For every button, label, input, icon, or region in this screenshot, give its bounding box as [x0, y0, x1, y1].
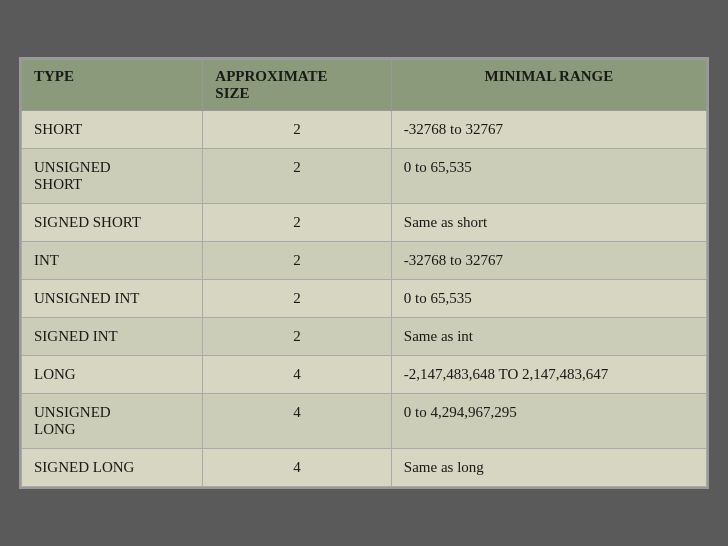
- cell-size: 2: [203, 242, 391, 280]
- cell-range: Same as long: [391, 449, 706, 487]
- cell-range: -2,147,483,648 TO 2,147,483,647: [391, 356, 706, 394]
- cell-range: 0 to 65,535: [391, 149, 706, 204]
- cell-type: SIGNED INT: [22, 318, 203, 356]
- cell-size: 2: [203, 204, 391, 242]
- cell-type: UNSIGNEDLONG: [22, 394, 203, 449]
- cell-range: -32768 to 32767: [391, 111, 706, 149]
- table-row: SIGNED LONG4Same as long: [22, 449, 707, 487]
- header-size: APPROXIMATESIZE: [203, 60, 391, 111]
- table-row: UNSIGNEDLONG40 to 4,294,967,295: [22, 394, 707, 449]
- cell-type: LONG: [22, 356, 203, 394]
- cell-size: 2: [203, 280, 391, 318]
- cell-size: 2: [203, 149, 391, 204]
- table-row: UNSIGNED INT20 to 65,535: [22, 280, 707, 318]
- cell-type: SHORT: [22, 111, 203, 149]
- cell-type: SIGNED SHORT: [22, 204, 203, 242]
- cell-range: 0 to 65,535: [391, 280, 706, 318]
- cell-range: Same as short: [391, 204, 706, 242]
- cell-type: INT: [22, 242, 203, 280]
- cell-range: 0 to 4,294,967,295: [391, 394, 706, 449]
- cell-size: 2: [203, 111, 391, 149]
- table-row: SIGNED SHORT2Same as short: [22, 204, 707, 242]
- header-type: TYPE: [22, 60, 203, 111]
- cell-size: 2: [203, 318, 391, 356]
- table-row: SHORT2-32768 to 32767: [22, 111, 707, 149]
- table-row: LONG4-2,147,483,648 TO 2,147,483,647: [22, 356, 707, 394]
- table-row: INT2-32768 to 32767: [22, 242, 707, 280]
- data-table: TYPE APPROXIMATESIZE MINIMAL RANGE SHORT…: [19, 57, 709, 489]
- cell-type: UNSIGNEDSHORT: [22, 149, 203, 204]
- table-header-row: TYPE APPROXIMATESIZE MINIMAL RANGE: [22, 60, 707, 111]
- cell-type: UNSIGNED INT: [22, 280, 203, 318]
- table-row: UNSIGNEDSHORT20 to 65,535: [22, 149, 707, 204]
- cell-size: 4: [203, 356, 391, 394]
- cell-range: -32768 to 32767: [391, 242, 706, 280]
- cell-range: Same as int: [391, 318, 706, 356]
- cell-type: SIGNED LONG: [22, 449, 203, 487]
- cell-size: 4: [203, 449, 391, 487]
- table-row: SIGNED INT2Same as int: [22, 318, 707, 356]
- header-range: MINIMAL RANGE: [391, 60, 706, 111]
- cell-size: 4: [203, 394, 391, 449]
